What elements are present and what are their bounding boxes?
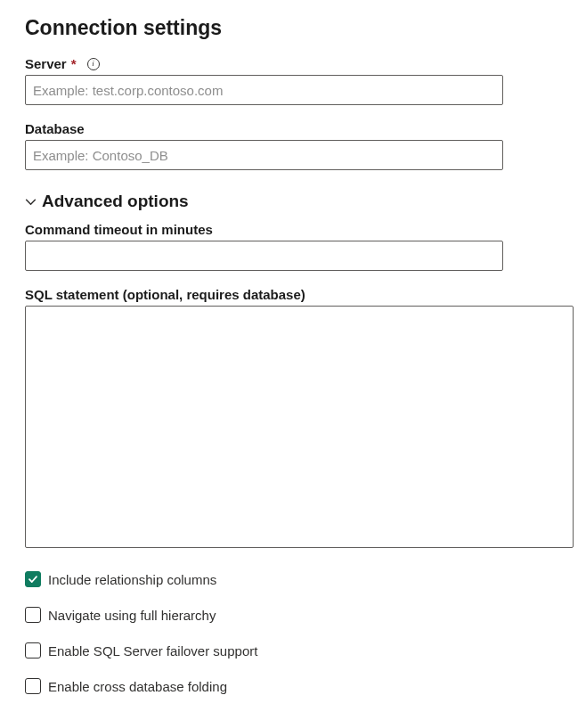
checkbox-checked-icon[interactable] <box>25 571 41 587</box>
database-input[interactable] <box>25 140 503 170</box>
checkbox-row[interactable]: Include relationship columns <box>25 571 561 587</box>
checkbox-row[interactable]: Enable SQL Server failover support <box>25 642 561 658</box>
database-label: Database <box>25 121 85 136</box>
checkbox-label: Enable SQL Server failover support <box>48 643 257 658</box>
command-timeout-label: Command timeout in minutes <box>25 222 213 237</box>
server-label: Server <box>25 56 67 71</box>
sql-statement-label: SQL statement (optional, requires databa… <box>25 287 305 302</box>
database-field: Database <box>25 121 561 170</box>
checkbox-row[interactable]: Navigate using full hierarchy <box>25 607 561 623</box>
server-input[interactable] <box>25 75 503 105</box>
chevron-down-icon <box>25 196 37 208</box>
sql-statement-field: SQL statement (optional, requires databa… <box>25 287 561 552</box>
advanced-options-toggle[interactable]: Advanced options <box>25 192 561 211</box>
checkbox-row[interactable]: Enable cross database folding <box>25 678 561 694</box>
command-timeout-field: Command timeout in minutes <box>25 222 561 271</box>
checkbox-label: Include relationship columns <box>48 572 216 587</box>
checkbox-unchecked-icon[interactable] <box>25 607 41 623</box>
command-timeout-input[interactable] <box>25 241 503 271</box>
checkbox-unchecked-icon[interactable] <box>25 642 41 658</box>
page-title: Connection settings <box>25 16 561 40</box>
checkbox-label: Enable cross database folding <box>48 679 227 694</box>
server-field: Server * i <box>25 56 561 105</box>
checkbox-unchecked-icon[interactable] <box>25 678 41 694</box>
sql-statement-input[interactable] <box>25 306 574 548</box>
checkbox-group: Include relationship columnsNavigate usi… <box>25 571 561 694</box>
required-marker: * <box>71 56 77 71</box>
checkbox-label: Navigate using full hierarchy <box>48 608 216 623</box>
advanced-options-title: Advanced options <box>42 192 189 211</box>
info-icon[interactable]: i <box>87 58 100 70</box>
